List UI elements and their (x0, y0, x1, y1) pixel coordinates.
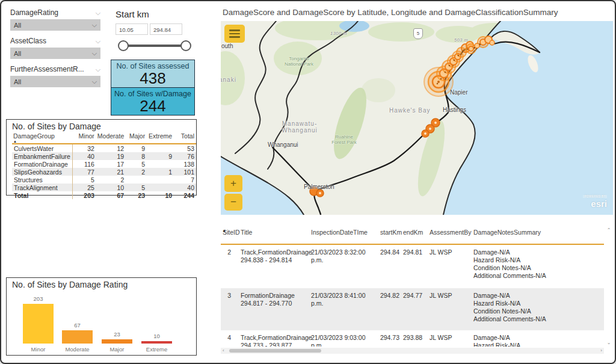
filter-label: DamageRating (10, 8, 58, 17)
table-row[interactable]: Structures527 (12, 176, 196, 184)
column-header-total[interactable]: Total (174, 132, 196, 144)
table-row[interactable]: EmbankmentFailure40198976 (12, 152, 196, 160)
dropdown-value: All (14, 22, 21, 29)
details-header-row: SiteID ▲ Title InspectionDateTIme startK… (221, 227, 604, 245)
filter-label: FurtherAssessmentR... (10, 65, 84, 73)
start-km-min-input[interactable] (116, 23, 148, 35)
column-header-damagegroup[interactable]: DamageGroup▲ (12, 132, 73, 144)
start-km-max-input[interactable] (150, 23, 182, 35)
table-row[interactable]: 3 FormationDrainage 294.817 - 294.770 21… (221, 288, 604, 330)
slider-track (123, 45, 186, 47)
bar-extreme[interactable] (141, 341, 172, 344)
scroll-up-icon[interactable]: ⌃ (605, 227, 612, 233)
column-header-damagenotessummary[interactable]: DamageNotesSummary (473, 229, 541, 236)
table-row[interactable]: 4 Track,FormationDrainage 294.733 - 293.… (221, 330, 604, 347)
horizontal-scrollbar[interactable]: ‹ › (221, 348, 604, 354)
scroll-down-icon[interactable]: ⌄ (605, 340, 612, 345)
kpi-sites-assessed: No. of Sites assessed 438 (111, 60, 195, 88)
damage-rating-dropdown[interactable]: All⌵ (10, 19, 100, 31)
bar-value-label: 67 (62, 322, 93, 329)
bar-major[interactable] (102, 339, 132, 344)
column-header-minor[interactable]: Minor (73, 132, 96, 144)
scroll-right-icon[interactable]: › (600, 348, 602, 354)
table-row[interactable]: FormationDrainage116175138 (12, 160, 196, 168)
details-rows: 2 Track,FormationDrainage 294.838 - 294.… (221, 245, 604, 347)
table-title: No. of Sites by Damage (7, 120, 196, 131)
map-menu-button[interactable] (224, 25, 245, 43)
table-header-row: DamageGroup▲ Minor Moderate Major Extrem… (12, 132, 196, 144)
sites-by-damage-rating-chart: No. of Sites by Damage Rating 203 Minor … (6, 277, 197, 356)
bar-value-label: 203 (23, 295, 54, 302)
bar-category-label: Moderate (62, 346, 93, 353)
asset-class-dropdown[interactable]: All⌵ (10, 48, 100, 59)
vertical-scrollbar[interactable]: ⌃ ⌄ (605, 227, 612, 345)
filter-asset-class: AssetClass⌵ All⌵ (10, 37, 100, 59)
bar-category-label: Extreme (141, 346, 172, 353)
kpi-value: 244 (111, 98, 194, 114)
bar-moderate[interactable] (62, 330, 93, 344)
column-header-endkm[interactable]: endKm (403, 229, 423, 236)
map-zoom-out-button[interactable]: − (224, 194, 242, 211)
slider-handle-max[interactable] (180, 40, 191, 51)
map-title: DamageScore and DamageScore by Latitude,… (223, 8, 611, 17)
slider-title: Start km (116, 9, 149, 19)
chevron-down-icon[interactable]: ⌵ (96, 38, 100, 45)
sites-by-damage-table: No. of Sites by Damage DamageGroup▲ Mino… (6, 119, 197, 196)
bar-value-label: 23 (102, 331, 132, 338)
chevron-down-icon: ⌵ (92, 50, 97, 57)
chevron-down-icon: ⌵ (92, 22, 97, 28)
column-header-major[interactable]: Major (126, 132, 147, 144)
kpi-sites-with-damage: No. of Sites w/Damage 244 (111, 87, 195, 116)
sort-ascending-icon: ▲ (223, 229, 226, 232)
dropdown-value: All (14, 50, 21, 57)
filter-label: AssetClass (10, 37, 46, 45)
bar-category-label: Major (102, 346, 132, 353)
table-total-row: Total203672310244 (12, 191, 196, 199)
basemap (221, 21, 613, 215)
kpi-value: 438 (111, 70, 194, 87)
map-zoom-in-button[interactable]: + (224, 175, 242, 192)
scroll-left-icon[interactable]: ‹ (223, 348, 224, 354)
column-header-inspectiondatetime[interactable]: InspectionDateTIme (311, 229, 368, 236)
bar-value-label: 10 (141, 333, 172, 339)
chevron-down-icon[interactable]: ⌵ (96, 66, 100, 73)
filter-damage-rating: DamageRating⌵ All⌵ (10, 8, 100, 31)
column-header-moderate[interactable]: Moderate (96, 132, 126, 144)
column-header-title[interactable]: Title (241, 229, 252, 236)
slider-handle-min[interactable] (118, 40, 129, 51)
chevron-down-icon[interactable]: ⌵ (96, 10, 100, 16)
bar-minor[interactable] (23, 304, 54, 344)
table-row[interactable]: CulvertsWater3212953 (12, 144, 196, 152)
sort-ascending-icon: ▲ (13, 140, 17, 143)
further-assessment-dropdown[interactable]: All⌵ (10, 76, 100, 87)
filter-further-assessment: FurtherAssessmentR...⌵ All⌵ (10, 65, 100, 87)
table-row[interactable]: TrackAlignment2510540 (12, 184, 196, 191)
column-header-startkm[interactable]: startKm (380, 229, 402, 236)
site-details-table: SiteID ▲ Title InspectionDateTIme startK… (221, 225, 612, 354)
column-header-assessmentby[interactable]: AssessmentBy (430, 229, 471, 236)
table-row[interactable]: 2 Track,FormationDrainage 294.838 - 294.… (221, 245, 604, 288)
scrollbar-thumb[interactable] (229, 349, 321, 353)
map-canvas[interactable]: outh 1300 m 503 m 5 Tongariro National P… (221, 21, 613, 215)
bar-category-label: Minor (23, 346, 54, 353)
table-row[interactable]: SlipsGeohazards772121101 (12, 168, 196, 176)
dashboard: DamageRating⌵ All⌵ AssetClass⌵ All⌵ Furt… (0, 0, 616, 364)
dropdown-value: All (14, 78, 21, 85)
chevron-down-icon: ⌵ (92, 78, 97, 85)
column-header-extreme[interactable]: Extreme (147, 132, 174, 144)
